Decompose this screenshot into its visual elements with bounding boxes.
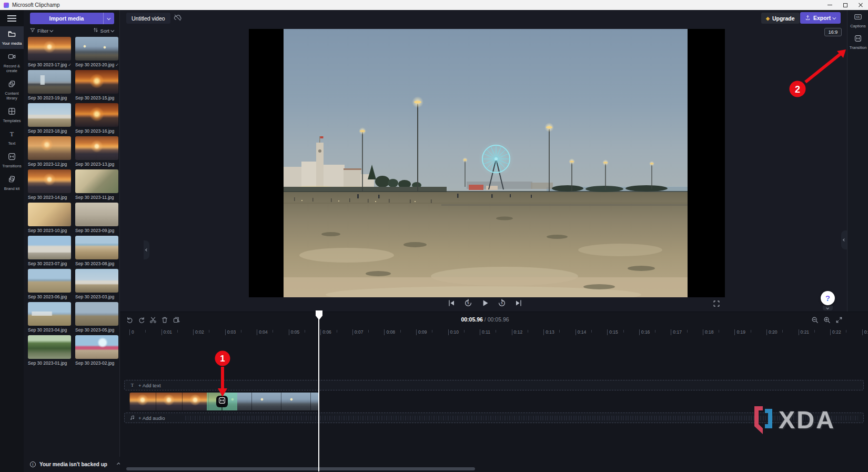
media-item[interactable]: Sep 30 2023-13.jpg <box>75 136 118 168</box>
cloud-offline-icon[interactable] <box>174 14 181 24</box>
media-thumbnail[interactable] <box>75 136 118 160</box>
export-button[interactable]: Export <box>800 12 841 24</box>
media-item[interactable]: Sep 30 2023-05.jpg <box>75 302 118 334</box>
menu-button[interactable] <box>0 10 24 26</box>
zoom-in-button[interactable] <box>823 316 831 324</box>
media-item[interactable]: Sep 30 2023-06.jpg <box>28 269 71 301</box>
media-item[interactable]: Sep 30 2023-07.jpg <box>28 236 71 268</box>
nav-items: Your mediaRecord & createContent library… <box>0 26 24 194</box>
redo-button[interactable] <box>138 316 145 324</box>
nav-item-content-library[interactable]: Content library <box>0 76 24 104</box>
media-item[interactable]: Sep 30 2023-20.jpg✓ <box>75 37 118 69</box>
media-item[interactable]: Sep 30 2023-03.jpg <box>75 269 118 301</box>
timeline-scrollbar[interactable] <box>126 467 475 470</box>
media-thumbnail[interactable] <box>28 203 71 226</box>
music-note-icon <box>129 415 135 421</box>
filter-button[interactable]: Filter <box>30 27 53 34</box>
media-thumbnail[interactable] <box>28 37 71 61</box>
media-item[interactable]: Sep 30 2023-09.jpg <box>75 203 118 235</box>
ruler-minor-tick <box>814 330 815 333</box>
media-item[interactable]: Sep 30 2023-11.jpg <box>75 169 118 202</box>
upgrade-button[interactable]: ◆ Upgrade <box>761 13 800 24</box>
media-thumbnail[interactable] <box>28 136 71 160</box>
media-thumbnail[interactable] <box>28 269 71 293</box>
duplicate-button[interactable] <box>173 316 180 324</box>
ruler-minor-tick <box>272 330 273 333</box>
backup-notice-bar[interactable]: i Your media isn't backed up <box>24 457 120 472</box>
project-title-input[interactable]: Untitled video <box>126 13 170 24</box>
nav-item-brand-kit[interactable]: Brand kit <box>0 172 24 194</box>
help-button[interactable]: ? <box>821 291 835 305</box>
folder-icon <box>8 31 16 39</box>
media-thumbnail[interactable] <box>75 269 118 293</box>
ruler-minor-tick <box>528 330 528 333</box>
nav-item-transitions[interactable]: Transitions <box>0 149 24 172</box>
media-thumbnail[interactable] <box>75 169 118 193</box>
media-thumbnail[interactable] <box>75 37 118 61</box>
import-media-button[interactable]: Import media <box>30 13 103 24</box>
ruler-minor-tick <box>241 330 241 333</box>
add-text-track[interactable]: T + Add text <box>124 380 864 390</box>
media-thumbnail[interactable] <box>28 236 71 259</box>
minimize-button[interactable] <box>822 0 837 10</box>
media-item[interactable]: Sep 30 2023-02.jpg <box>75 335 118 367</box>
media-thumbnail[interactable] <box>75 302 118 326</box>
undo-button[interactable] <box>126 316 134 324</box>
info-icon: i <box>30 461 36 467</box>
media-thumbnail[interactable] <box>75 70 118 94</box>
xda-logo-brackets <box>751 404 774 435</box>
nav-item-text[interactable]: TText <box>0 126 24 149</box>
media-item[interactable]: Sep 30 2023-12.jpg <box>28 136 71 168</box>
fullscreen-button[interactable] <box>713 300 720 309</box>
ruler-label: 0:16 <box>639 329 650 335</box>
media-item[interactable]: Sep 30 2023-01.jpg <box>28 335 71 367</box>
project-title: Untitled video <box>132 15 165 22</box>
play-button[interactable] <box>481 299 489 307</box>
media-thumbnail[interactable] <box>75 335 118 359</box>
media-thumbnail[interactable] <box>28 169 71 193</box>
media-item[interactable]: Sep 30 2023-04.jpg <box>28 302 71 334</box>
nav-item-record-create[interactable]: Record & create <box>0 49 24 76</box>
rail-item-transition[interactable]: Transition <box>847 32 868 53</box>
media-item[interactable]: Sep 30 2023-18.jpg <box>28 103 71 135</box>
help-collapse-tab[interactable] <box>823 306 833 310</box>
ruler-label: 0:10 <box>448 329 459 335</box>
media-thumbnail[interactable] <box>28 70 71 94</box>
ruler-label: 0:11 <box>480 329 490 335</box>
media-thumbnail[interactable] <box>75 203 118 226</box>
media-item[interactable]: Sep 30 2023-16.jpg <box>75 103 118 135</box>
timeline-clips[interactable] <box>129 393 319 410</box>
delete-button[interactable] <box>161 316 168 324</box>
zoom-fit-button[interactable] <box>835 316 843 324</box>
media-item[interactable]: Sep 30 2023-10.jpg <box>28 203 71 235</box>
media-thumbnail[interactable] <box>28 302 71 326</box>
close-button[interactable] <box>853 0 868 10</box>
media-thumbnail[interactable] <box>28 335 71 359</box>
media-item[interactable]: Sep 30 2023-08.jpg <box>75 236 118 268</box>
import-media-dropdown[interactable] <box>103 13 114 24</box>
skip-start-button[interactable] <box>447 299 456 307</box>
maximize-button[interactable] <box>837 0 853 10</box>
media-item[interactable]: Sep 30 2023-14.jpg <box>28 169 71 202</box>
split-button[interactable] <box>149 316 157 324</box>
text-icon: T <box>129 382 135 389</box>
aspect-ratio-badge[interactable]: 16:9 <box>824 28 842 36</box>
nav-item-templates[interactable]: Templates <box>0 104 24 126</box>
media-thumbnail[interactable] <box>28 103 71 127</box>
sort-button[interactable]: Sort <box>93 27 114 34</box>
media-thumbnail[interactable] <box>75 103 118 127</box>
rail-item-captions[interactable]: CC Captions <box>847 10 868 32</box>
media-thumbnail[interactable] <box>75 236 118 259</box>
nav-item-your-media[interactable]: Your media <box>0 26 24 49</box>
media-item[interactable]: Sep 30 2023-19.jpg <box>28 70 71 102</box>
transition-chip-button[interactable] <box>216 396 228 407</box>
zoom-out-button[interactable] <box>811 316 819 324</box>
forward-5s-button[interactable]: 5 <box>498 299 506 307</box>
collapse-media-panel-handle[interactable] <box>144 240 149 259</box>
media-item[interactable]: Sep 30 2023-17.jpg✓ <box>28 37 71 69</box>
rewind-5s-button[interactable]: 5 <box>464 299 472 307</box>
media-item[interactable]: Sep 30 2023-15.jpg <box>75 70 118 102</box>
skip-end-button[interactable] <box>514 299 523 307</box>
collapse-right-rail-handle[interactable] <box>841 230 847 249</box>
video-preview[interactable] <box>249 29 725 297</box>
